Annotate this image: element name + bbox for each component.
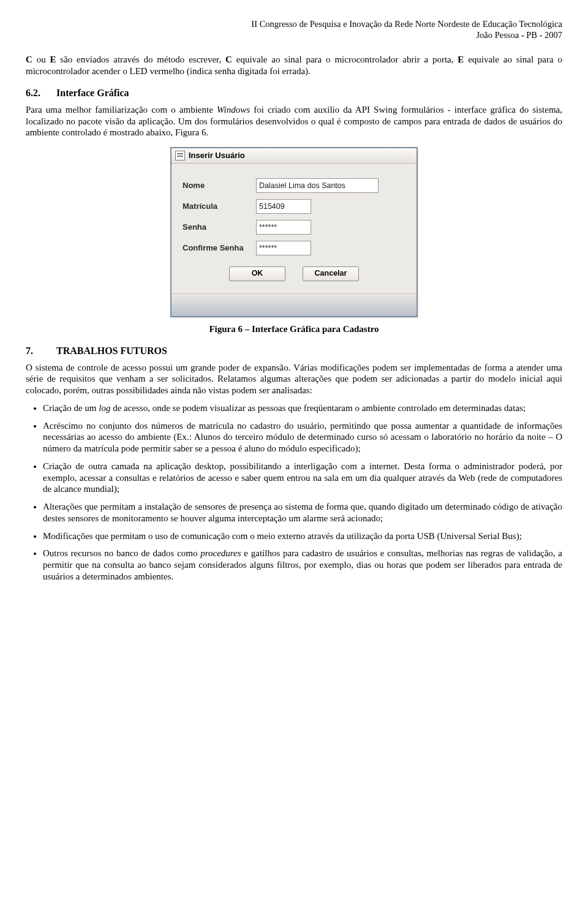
row-nome: Nome Dalasiel Lima dos Santos xyxy=(183,178,405,193)
text: de acesso, onde se podem visualizar as p… xyxy=(110,403,526,413)
dialog-button-row: OK Cancelar xyxy=(183,266,405,281)
section-number: 6.2. xyxy=(26,87,56,99)
paragraph-future: O sistema de controle de acesso possui u… xyxy=(26,362,562,396)
bold-e2: E xyxy=(458,55,464,64)
list-item: Alterações que permitam a instalação de … xyxy=(43,501,562,524)
future-work-list: Criação de um log de acesso, onde se pod… xyxy=(26,402,562,583)
section-number: 7. xyxy=(26,345,56,357)
insert-user-dialog: Inserir Usuário Nome Dalasiel Lima dos S… xyxy=(170,147,418,317)
section-6-2-title: 6.2.Interface Gráfica xyxy=(26,87,562,99)
input-matricula[interactable]: 515409 xyxy=(256,199,311,214)
label-matricula: Matrícula xyxy=(183,202,256,211)
header-line-1: II Congresso de Pesquisa e Inovação da R… xyxy=(26,18,562,29)
bold-c: C xyxy=(26,55,32,64)
label-nome: Nome xyxy=(183,181,256,191)
text: Criação de um xyxy=(43,403,99,413)
window-icon xyxy=(175,151,185,160)
dialog-body: Nome Dalasiel Lima dos Santos Matrícula … xyxy=(172,164,417,293)
figure-6: Inserir Usuário Nome Dalasiel Lima dos S… xyxy=(26,147,562,317)
input-confirme[interactable]: ****** xyxy=(256,241,311,255)
page-header: II Congresso de Pesquisa e Inovação da R… xyxy=(26,18,562,40)
italic-windows: Windows xyxy=(217,105,250,115)
text: ou xyxy=(32,55,50,64)
list-item: Outros recursos no banco de dados como p… xyxy=(43,548,562,582)
section-heading: TRABALHOS FUTUROS xyxy=(56,345,167,356)
dialog-titlebar[interactable]: Inserir Usuário xyxy=(172,148,417,164)
bold-c2: C xyxy=(225,55,232,64)
input-senha[interactable]: ****** xyxy=(256,220,311,235)
text: Outros recursos no banco de dados como xyxy=(43,548,200,558)
section-7-title: 7.TRABALHOS FUTUROS xyxy=(26,345,562,357)
ok-button[interactable]: OK xyxy=(229,266,285,281)
cancel-button[interactable]: Cancelar xyxy=(303,266,359,281)
dialog-title: Inserir Usuário xyxy=(189,151,245,160)
figure-6-caption: Figura 6 – Interface Gráfica para Cadast… xyxy=(26,323,562,335)
label-confirme: Confirme Senha xyxy=(183,243,256,253)
paragraph-interface: Para uma melhor familiarização com o amb… xyxy=(26,104,562,138)
text: equivale ao sinal para o microcontrolado… xyxy=(232,55,458,64)
row-senha: Senha ****** xyxy=(183,220,405,235)
row-confirme: Confirme Senha ****** xyxy=(183,241,405,255)
italic-procedures: procedures xyxy=(200,548,241,558)
list-item: Criação de um log de acesso, onde se pod… xyxy=(43,402,562,414)
row-matricula: Matrícula 515409 xyxy=(183,199,405,214)
label-senha: Senha xyxy=(183,222,256,232)
bold-e: E xyxy=(50,55,56,64)
italic-log: log xyxy=(99,403,110,413)
list-item: Criação de outra camada na aplicação des… xyxy=(43,461,562,495)
paragraph-intro: C ou E são enviados através do método es… xyxy=(26,54,562,77)
section-heading: Interface Gráfica xyxy=(56,88,129,98)
header-line-2: João Pessoa - PB - 2007 xyxy=(26,29,562,40)
text: Para uma melhor familiarização com o amb… xyxy=(26,105,217,115)
input-nome[interactable]: Dalasiel Lima dos Santos xyxy=(256,178,379,193)
list-item: Modificações que permitam o uso de comun… xyxy=(43,530,562,542)
dialog-bottom-strip xyxy=(172,293,417,316)
list-item: Acréscimo no conjunto dos números de mat… xyxy=(43,420,562,455)
text: são enviados através do método escrever, xyxy=(56,55,225,64)
